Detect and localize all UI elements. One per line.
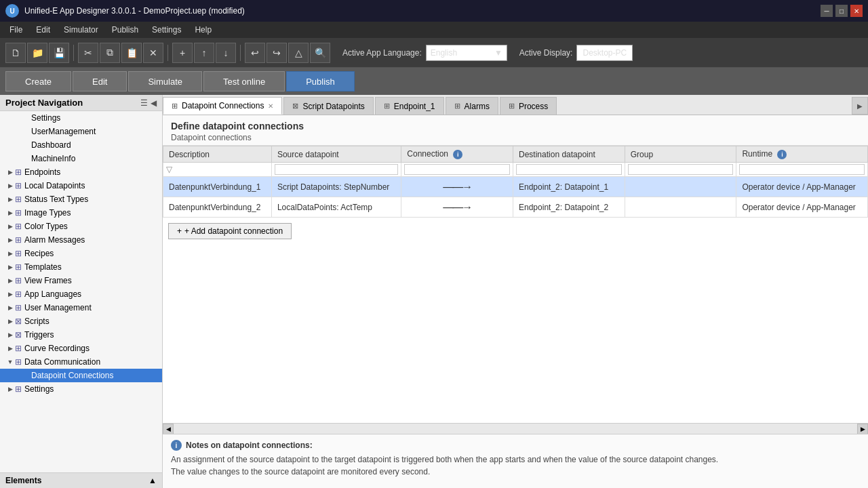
close-button[interactable]: ✕ <box>850 5 863 17</box>
app-languages-icon: ⊞ <box>15 289 22 299</box>
sidebar-item-image-types[interactable]: ▶ ⊞ Image Types <box>0 206 162 220</box>
sidebar-item-triggers[interactable]: ▶ ⊠ Triggers <box>0 328 162 342</box>
add-icon: + <box>177 226 182 236</box>
tab-process[interactable]: ⊞ Process <box>500 97 557 115</box>
sidebar-item-app-languages[interactable]: ▶ ⊞ App Languages <box>0 287 162 301</box>
maximize-button[interactable]: □ <box>835 5 848 17</box>
validate-button[interactable]: △ <box>288 43 309 63</box>
menu-simulator[interactable]: Simulator <box>57 24 105 36</box>
sidebar-menu-button[interactable]: ☰ <box>140 98 148 108</box>
tab-icon-process: ⊞ <box>509 102 515 110</box>
save-button[interactable]: 💾 <box>49 43 69 63</box>
sidebar-item-recipes[interactable]: ▶ ⊞ Recipes <box>0 247 162 260</box>
cell-source: Script Datapoints: StepNumber <box>271 177 401 197</box>
menu-settings[interactable]: Settings <box>145 24 188 36</box>
tab-icon-alarms: ⊞ <box>454 102 460 110</box>
cut-button[interactable]: ✂ <box>78 43 98 63</box>
notes-panel: i Notes on datapoint connections: An ass… <box>163 434 868 488</box>
col-header-destination: Destination datapoint <box>513 146 625 163</box>
language-dropdown[interactable]: English ▼ <box>426 45 507 61</box>
table-header-row: Description Source datapoint Connection … <box>163 146 868 163</box>
sidebar-item-dashboard[interactable]: Dashboard <box>0 138 162 152</box>
filter-runtime-input[interactable] <box>739 164 865 175</box>
delete-button[interactable]: ✕ <box>143 43 163 63</box>
filter-connection-input[interactable] <box>404 164 510 175</box>
move-up-button[interactable]: ↑ <box>194 43 214 63</box>
redo-button[interactable]: ↪ <box>267 43 287 63</box>
display-value: Desktop-PC <box>576 45 633 61</box>
move-down-button[interactable]: ↓ <box>216 43 236 63</box>
test-online-button[interactable]: Test online <box>203 71 285 92</box>
tab-endpoint-1[interactable]: ⊞ Endpoint_1 <box>375 97 444 115</box>
filter-source-input[interactable] <box>275 164 398 175</box>
action-bar: Create Edit Simulate Test online Publish <box>0 68 868 95</box>
table-row[interactable]: DatenpunktVerbindung_2LocalDataPoints: A… <box>163 197 868 218</box>
scroll-right-button[interactable]: ▶ <box>857 424 868 434</box>
menu-help[interactable]: Help <box>188 24 218 36</box>
sidebar-item-user-management-sub[interactable]: UserManagement <box>0 125 162 138</box>
sidebar-item-status-text-types[interactable]: ▶ ⊞ Status Text Types <box>0 192 162 206</box>
tab-close-dp-connections[interactable]: ✕ <box>268 102 273 110</box>
scroll-left-button[interactable]: ◀ <box>163 424 174 434</box>
tree-arrow-app-languages: ▶ <box>5 291 15 298</box>
menu-publish[interactable]: Publish <box>105 24 145 36</box>
simulate-button[interactable]: Simulate <box>128 71 202 92</box>
window-controls: ─ □ ✕ <box>821 5 863 17</box>
filter-destination-input[interactable] <box>516 164 622 175</box>
language-section: Active App Language: English ▼ <box>342 45 507 61</box>
runtime-info-icon[interactable]: i <box>777 150 787 159</box>
language-value: English <box>431 48 457 58</box>
tab-label-process: Process <box>519 102 548 111</box>
tree-arrow-alarm-messages: ▶ <box>5 237 15 243</box>
tab-label-dp-connections: Datapoint Connections <box>182 101 264 110</box>
sidebar-item-scripts[interactable]: ▶ ⊠ Scripts <box>0 314 162 328</box>
filter-group-input[interactable] <box>628 164 734 175</box>
sidebar-item-color-types[interactable]: ▶ ⊞ Color Types <box>0 220 162 233</box>
menu-file[interactable]: File <box>3 24 29 36</box>
sidebar-item-user-management[interactable]: ▶ ⊞ User Management <box>0 301 162 314</box>
sidebar-item-curve-recordings[interactable]: ▶ ⊞ Curve Recordings <box>0 342 162 355</box>
sidebar-item-datapoint-connections[interactable]: Datapoint Connections <box>0 369 162 382</box>
search-button[interactable]: 🔍 <box>310 43 330 63</box>
sidebar-item-machine-info[interactable]: MachineInfo <box>0 152 162 165</box>
scripts-icon: ⊠ <box>15 317 22 326</box>
tab-alarms[interactable]: ⊞ Alarms <box>446 97 498 115</box>
tab-icon-script-dp: ⊠ <box>292 102 298 110</box>
paste-button[interactable]: 📋 <box>121 43 142 63</box>
sidebar-footer[interactable]: Elements ▲ <box>0 472 162 488</box>
settings-icon: ⊞ <box>15 384 22 394</box>
scroll-track[interactable] <box>174 424 857 434</box>
sidebar-item-settings[interactable]: ▶ ⊞ Settings <box>0 382 162 396</box>
notes-text: An assignment of the source datapoint to… <box>171 453 860 478</box>
tab-script-datapoints[interactable]: ⊠ Script Datapoints <box>283 97 373 115</box>
sidebar-item-settings-sub[interactable]: Settings <box>0 111 162 125</box>
publish-button[interactable]: Publish <box>286 71 355 92</box>
sidebar-item-endpoints[interactable]: ▶ ⊞ Endpoints <box>0 165 162 179</box>
new-button[interactable]: 🗋 <box>5 43 26 63</box>
insert-button[interactable]: + <box>172 43 193 63</box>
menu-edit[interactable]: Edit <box>29 24 57 36</box>
sidebar-item-local-datapoints[interactable]: ▶ ⊞ Local Datapoints <box>0 179 162 192</box>
main-area: Project Navigation ☰ ◀ Settings UserMana… <box>0 95 868 488</box>
separator-1 <box>73 45 74 61</box>
sidebar-item-view-frames[interactable]: ▶ ⊞ View Frames <box>0 274 162 287</box>
tree-arrow-local-datapoints: ▶ <box>5 182 15 189</box>
sidebar-item-data-communication[interactable]: ▼ ⊞ Data Communication <box>0 355 162 369</box>
undo-button[interactable]: ↩ <box>245 43 265 63</box>
sidebar-item-alarm-messages[interactable]: ▶ ⊞ Alarm Messages <box>0 233 162 247</box>
copy-button[interactable]: ⧉ <box>100 43 120 63</box>
menu-bar: File Edit Simulator Publish Settings Hel… <box>0 22 868 38</box>
minimize-button[interactable]: ─ <box>821 5 833 17</box>
tab-label-alarms: Alarms <box>465 102 490 111</box>
sidebar-item-templates[interactable]: ▶ ⊞ Templates <box>0 260 162 274</box>
add-datapoint-connection-button[interactable]: + + Add datapoint connection <box>168 223 292 239</box>
open-button[interactable]: 📁 <box>27 43 47 63</box>
tab-scroll-right[interactable]: ▶ <box>852 97 868 115</box>
sidebar-collapse-button[interactable]: ◀ <box>151 98 157 108</box>
table-row[interactable]: DatenpunktVerbindung_1Script Datapoints:… <box>163 177 868 197</box>
create-button[interactable]: Create <box>5 71 71 92</box>
tab-datapoint-connections[interactable]: ⊞ Datapoint Connections ✕ <box>163 97 282 115</box>
col-header-runtime: Runtime i <box>736 146 868 163</box>
connection-info-icon[interactable]: i <box>453 150 462 159</box>
edit-button[interactable]: Edit <box>73 71 127 92</box>
